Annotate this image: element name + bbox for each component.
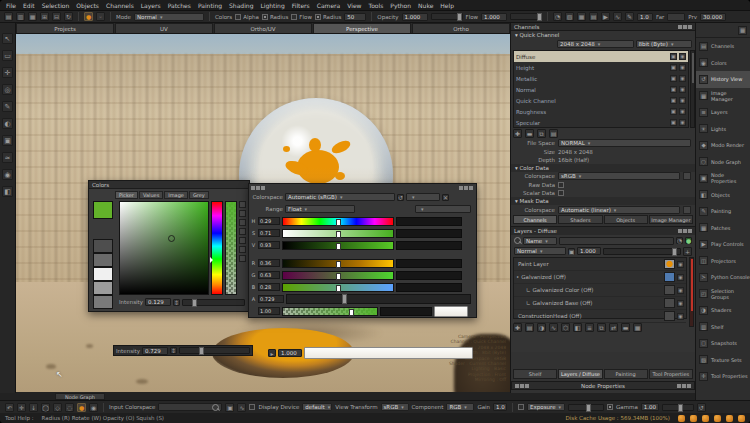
transform-tool-icon[interactable]: ✛	[2, 67, 13, 78]
drop-icon[interactable]: ↓	[29, 403, 38, 412]
sidebar-item-node-properties[interactable]: ▣Node Properties	[696, 170, 750, 187]
viewport-tab-ortho-uv[interactable]: Ortho/UV	[214, 23, 312, 33]
menu-view[interactable]: View	[347, 2, 361, 9]
duplicate-icon[interactable]: ⧉	[597, 323, 606, 332]
mask-icon[interactable]: ◧	[573, 323, 582, 332]
channel-row-normal[interactable]: Normal▣◉	[514, 84, 688, 95]
swatch-mode-icon[interactable]: ▸	[268, 349, 276, 357]
gradient-tool-icon[interactable]: ◧	[2, 186, 13, 197]
opacity-field[interactable]: 1.000	[402, 13, 428, 21]
add-group-icon[interactable]: ▤	[525, 323, 534, 332]
layer-opacity-slider[interactable]	[603, 248, 681, 255]
history-icon[interactable]: ◔	[553, 12, 562, 21]
paint-tool-button[interactable]: ●	[84, 12, 93, 21]
sphere-preview-icon[interactable]: ◉	[89, 403, 98, 412]
alpha-value-field[interactable]: 1.00	[258, 307, 280, 315]
channel-tree-item[interactable]: ▾ Quick Channel	[511, 31, 695, 39]
menu-python[interactable]: Python	[390, 2, 411, 9]
play-icon[interactable]: ▶	[601, 12, 610, 21]
channel-toggle-button[interactable]	[239, 237, 246, 244]
intensity-slider[interactable]	[179, 347, 250, 354]
window-controls[interactable]	[251, 186, 265, 190]
s-value-field[interactable]: 0.71	[258, 229, 280, 237]
colors-tab-values[interactable]: Values	[139, 191, 163, 199]
menu-layers[interactable]: Layers	[141, 2, 161, 9]
paint-brush-tool-icon[interactable]: ✎	[2, 101, 13, 112]
panel-tab-objects[interactable]: Objects	[604, 215, 648, 224]
lock-icon[interactable]: ▣	[670, 86, 677, 93]
lock-icon[interactable]: ▣	[670, 97, 677, 104]
diamond-brush-icon[interactable]: ◇	[53, 403, 62, 412]
new-project-icon[interactable]: ▤	[4, 12, 13, 21]
sidebar-item-channels[interactable]: ▤Channels	[696, 38, 750, 55]
adjustment-layer-icon[interactable]: ◑	[537, 323, 546, 332]
menu-patches[interactable]: Patches	[168, 2, 191, 9]
b-value-field[interactable]: 0.28	[258, 283, 280, 291]
lock-icon[interactable]: ▣	[568, 248, 575, 255]
filter-mode-dropdown[interactable]: Name	[523, 237, 557, 245]
close-icon[interactable]: ✕	[442, 194, 449, 201]
viewport-tab-perspective[interactable]: Perspective	[313, 23, 411, 33]
flow-slider[interactable]	[510, 13, 542, 20]
r-handle[interactable]	[336, 261, 341, 268]
radius-checkbox[interactable]	[315, 14, 321, 20]
checker-icon[interactable]: ▦	[577, 12, 586, 21]
intensity-slider[interactable]	[182, 299, 245, 306]
menu-shading[interactable]: Shading	[229, 2, 253, 9]
zoom-tool-icon[interactable]: ◎	[2, 84, 13, 95]
channel-toggle-button[interactable]	[239, 210, 246, 217]
g-gradient-strip[interactable]	[282, 271, 394, 280]
layer-opacity-field[interactable]: 1.000	[577, 247, 601, 255]
menu-edit[interactable]: Edit	[23, 2, 35, 9]
merge-icon[interactable]: ≡	[585, 323, 594, 332]
visibility-icon[interactable]: ◉	[679, 75, 686, 82]
scalar-data-checkbox[interactable]	[558, 190, 564, 196]
window-controls[interactable]	[678, 229, 692, 233]
menu-objects[interactable]: Objects	[76, 2, 99, 9]
remove-channel-icon[interactable]: ▬	[525, 129, 534, 138]
visibility-icon[interactable]: ◉	[679, 119, 686, 126]
sidebar-item-image-manager[interactable]: ▦Image Manager	[696, 88, 750, 105]
intensity-field[interactable]: 0.729	[142, 347, 168, 355]
sidebar-item-layers[interactable]: ≡Layers	[696, 104, 750, 121]
sidebar-item-patches[interactable]: ▦Patches	[696, 220, 750, 237]
lock-icon[interactable]: ▣	[670, 64, 677, 71]
view-transform-dropdown[interactable]: sRGB	[381, 403, 409, 411]
pencil-icon[interactable]: ✎	[625, 12, 634, 21]
exposure-dropdown[interactable]: Exposure	[527, 403, 565, 411]
archive-icon[interactable]: ↻	[64, 12, 73, 21]
layer-list-scrollbar[interactable]	[689, 257, 694, 327]
add-layer-icon[interactable]: ✚	[513, 323, 522, 332]
b-handle[interactable]	[336, 285, 341, 292]
s-handle[interactable]	[336, 231, 341, 238]
layer-row-constructionhead-off[interactable]: ConstructionHead (Off)◉	[514, 310, 686, 323]
visibility-icon[interactable]: ◉	[679, 86, 686, 93]
sidebar-item-lights[interactable]: ☀Lights	[696, 121, 750, 138]
layer-visibility-icon[interactable]: ◉	[677, 300, 684, 307]
component-dropdown[interactable]: RGB	[446, 403, 474, 411]
channel-row-roughness[interactable]: Roughness▣◉	[514, 106, 688, 117]
opacity-slider[interactable]	[431, 13, 463, 20]
duplicate-channel-icon[interactable]: ⧉	[537, 129, 546, 138]
procedural-layer-icon[interactable]: ∿	[549, 323, 558, 332]
window-controls[interactable]	[459, 186, 473, 190]
channel-row-specular[interactable]: Specular▣◉	[514, 117, 688, 128]
window-controls[interactable]	[515, 384, 529, 388]
sidebar-item-python-console[interactable]: ≻Python Console	[696, 269, 750, 286]
graph-layer-icon[interactable]: ⬡	[561, 323, 570, 332]
move-icon[interactable]: ✛	[17, 403, 26, 412]
sidebar-item-painting[interactable]: ✎Painting	[696, 203, 750, 220]
gamma-field[interactable]: 1.00	[641, 403, 659, 411]
colorspace-dropdown[interactable]: Automatic (sRGB)	[285, 193, 395, 201]
select-tool-icon[interactable]: ↖	[2, 33, 13, 44]
reset-icon[interactable]	[683, 172, 691, 180]
menu-nuke[interactable]: Nuke	[418, 2, 433, 9]
lock-icon[interactable]: ▣	[670, 108, 677, 115]
g-handle[interactable]	[336, 273, 341, 280]
white-gradient-bar[interactable]	[304, 347, 473, 359]
clone-stamp-tool-icon[interactable]: ▣	[2, 135, 13, 146]
layer-row-paint-layer[interactable]: Paint Layer◉	[514, 258, 686, 271]
mask-data-section[interactable]: ▾ Mask Data	[511, 197, 695, 205]
mask-colorspace-dropdown[interactable]: Automatic (linear)	[558, 206, 680, 214]
menu-tools[interactable]: Tools	[369, 2, 384, 9]
